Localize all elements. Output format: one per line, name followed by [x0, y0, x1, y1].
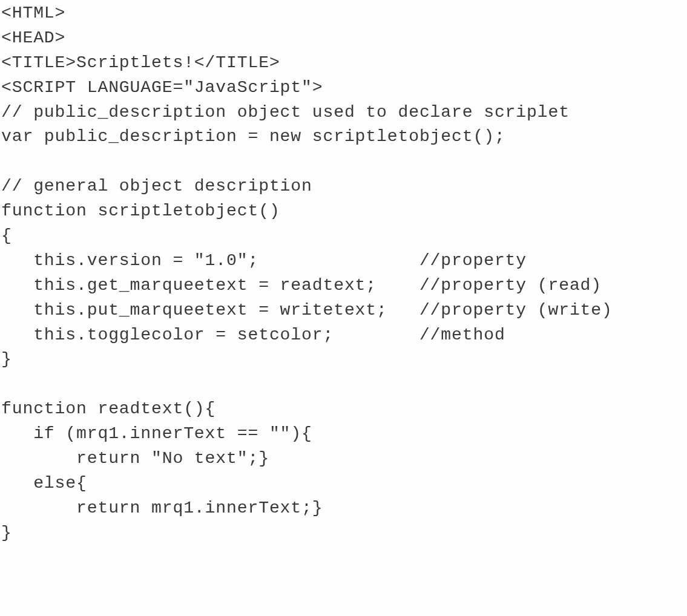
code-listing: <HTML> <HEAD> <TITLE>Scriptlets!</TITLE>…: [0, 0, 687, 546]
